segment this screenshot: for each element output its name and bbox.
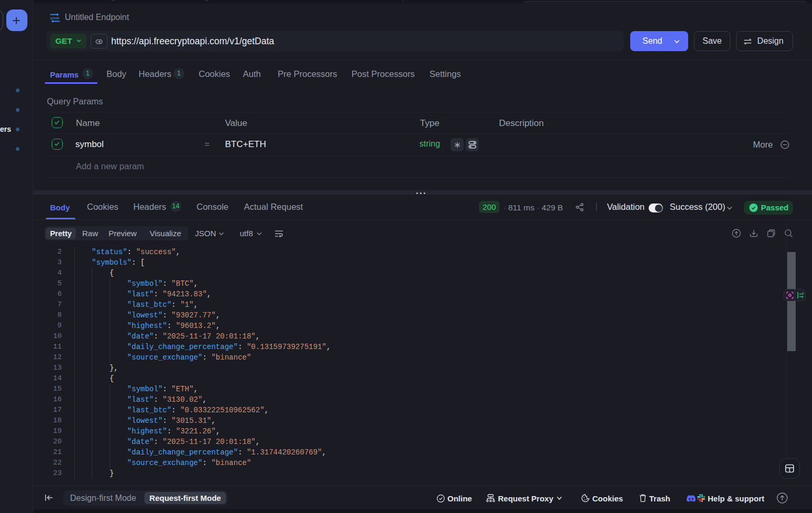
svg-text:HTTP: HTTP: [51, 16, 60, 20]
